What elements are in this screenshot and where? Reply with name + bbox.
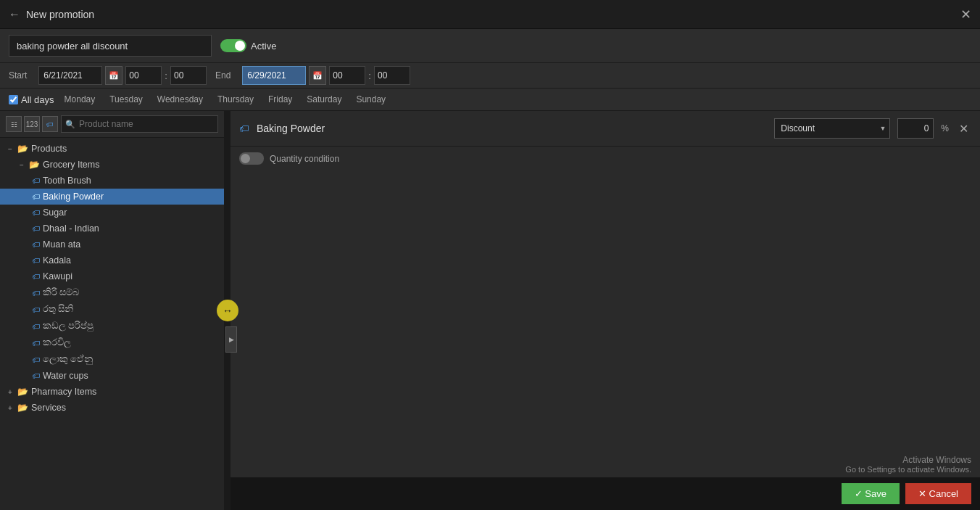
end-label: End	[215, 70, 231, 81]
start-label: Start	[9, 70, 27, 81]
search-icon: 🔍	[65, 120, 75, 129]
tree-item-grocery[interactable]: − 📂 Grocery Items	[0, 157, 224, 173]
tag-icon-kiri: 🏷	[32, 289, 40, 297]
tag-icon-loku: 🏷	[32, 355, 40, 364]
expand-grocery[interactable]: −	[17, 161, 26, 169]
tree-label-karawila: කරවිල	[43, 337, 71, 348]
alldays-checkbox[interactable]	[9, 95, 18, 104]
resize-handle[interactable]: ↔ ▶	[225, 111, 231, 510]
friday-button[interactable]: Friday	[264, 93, 296, 106]
tree-item-kadala[interactable]: 🏷 Kadala	[0, 252, 224, 268]
tree-label-kadala: Kadala	[43, 255, 71, 266]
end-hour-select[interactable]: 00	[329, 66, 365, 85]
tag-icon-karawila: 🏷	[32, 339, 40, 347]
saturday-button[interactable]: Saturday	[302, 93, 346, 106]
discount-dropdown[interactable]: Discount Fixed Price Buy X Get Y	[774, 118, 890, 139]
cancel-button[interactable]: ✕ Cancel	[905, 483, 971, 504]
discount-value-input[interactable]	[897, 118, 934, 139]
tree-item-toothbrush[interactable]: 🏷 Tooth Brush	[0, 173, 224, 189]
tree-label-loku: ලොකු ඵේනු	[43, 354, 93, 365]
alldays-label: All days	[21, 94, 54, 105]
wednesday-button[interactable]: Wednesday	[153, 93, 207, 106]
tree-item-sugar[interactable]: 🏷 Sugar	[0, 205, 224, 221]
start-hour-select[interactable]: 00	[125, 66, 162, 85]
tree-item-bakingpowder[interactable]: 🏷 Baking Powder	[0, 189, 224, 205]
start-date-input[interactable]	[38, 66, 102, 85]
quantity-condition-toggle[interactable]	[239, 152, 264, 165]
start-calendar-icon[interactable]: 📅	[105, 66, 122, 85]
discount-dropdown-wrap: Discount Fixed Price Buy X Get Y ▼	[774, 118, 890, 139]
tree-label-toothbrush: Tooth Brush	[43, 176, 91, 186]
tree-item-kadala2[interactable]: 🏷 කඩල පරිප්පු	[0, 318, 224, 334]
tree-item-watercups[interactable]: 🏷 Water cups	[0, 368, 224, 384]
sunday-button[interactable]: Sunday	[352, 93, 390, 106]
tree-item-rathu[interactable]: 🏷 රතු සිනි	[0, 301, 224, 318]
expand-pharmacy[interactable]: +	[6, 388, 14, 396]
window-title: New promotion	[26, 9, 94, 20]
tree-label-kadala2: කඩල පරිප්පු	[43, 321, 94, 332]
tag-icon-bakingpowder: 🏷	[32, 192, 40, 201]
end-datetime-group: 📅 00 : 00	[242, 66, 410, 85]
tree-label-muanata: Muan ata	[43, 239, 80, 250]
tag-icon-toothbrush: 🏷	[32, 176, 40, 185]
folder-icon-products: 📂	[17, 144, 28, 154]
search-toolbar: ☷ 123 🏷 🔍	[0, 111, 224, 138]
resize-dot[interactable]: ↔	[217, 300, 238, 321]
active-label: Active	[251, 41, 276, 52]
windows-activate-notice: Activate Windows Go to Settings to activ…	[845, 455, 971, 474]
tree-label-sugar: Sugar	[43, 207, 67, 218]
end-calendar-icon[interactable]: 📅	[309, 66, 326, 85]
active-switch[interactable]	[220, 39, 246, 52]
tag-icon-watercups: 🏷	[32, 371, 40, 380]
tree-label-grocery: Grocery Items	[43, 160, 100, 170]
search-input[interactable]	[61, 115, 218, 133]
search-icons: ☷ 123 🏷	[6, 116, 58, 132]
tree-item-products[interactable]: − 📂 Products	[0, 141, 224, 157]
left-panel: ☷ 123 🏷 🔍 − 📂 Products −	[0, 111, 225, 510]
expand-products[interactable]: −	[6, 145, 14, 153]
tag-icon-rathu: 🏷	[32, 305, 40, 314]
tree-item-loku[interactable]: 🏷 ලොකු ඵේනු	[0, 351, 224, 368]
tag-icon-kadala: 🏷	[32, 256, 40, 265]
tree-label-kiri: කිරි සම්බ	[43, 287, 79, 298]
panel-toggle-button[interactable]: ▶	[225, 326, 237, 353]
tree-item-karawila[interactable]: 🏷 කරවිල	[0, 334, 224, 351]
search-input-wrap: 🔍	[61, 115, 218, 133]
end-date-input[interactable]	[242, 66, 306, 85]
folder-icon-grocery: 📂	[29, 160, 40, 170]
tree-item-kiri[interactable]: 🏷 කිරි සම්බ	[0, 284, 224, 301]
datetime-row: Start 📅 00 : 00 End 📅 00 : 00	[0, 63, 980, 89]
bottom-bar: ✓ Save ✕ Cancel	[231, 477, 980, 510]
monday-button[interactable]: Monday	[60, 93, 100, 106]
tree-item-pharmacy[interactable]: + 📂 Pharmacy Items	[0, 384, 224, 400]
thursday-button[interactable]: Thursday	[213, 93, 258, 106]
close-button[interactable]: ✕	[960, 8, 971, 21]
product-title: Baking Powder	[257, 123, 767, 134]
tree-item-services[interactable]: + 📂 Services	[0, 400, 224, 416]
tree-view: − 📂 Products − 📂 Grocery Items 🏷 Tooth B…	[0, 138, 224, 510]
windows-activate-title: Activate Windows	[845, 455, 971, 465]
tag-filter-icon[interactable]: 🏷	[42, 116, 58, 132]
title-bar: ← New promotion ✕	[0, 0, 980, 29]
tree-item-dhaal[interactable]: 🏷 Dhaal - Indian	[0, 221, 224, 237]
tree-item-kawupi[interactable]: 🏷 Kawupi	[0, 268, 224, 284]
save-button[interactable]: ✓ Save	[842, 483, 900, 504]
panel-toggle-icon: ▶	[229, 336, 234, 343]
tree-item-muanata[interactable]: 🏷 Muan ata	[0, 237, 224, 252]
folder-icon-pharmacy: 📂	[17, 387, 28, 397]
promotion-name-input[interactable]	[9, 35, 212, 57]
grid-icon[interactable]: ☷	[6, 116, 22, 132]
tuesday-button[interactable]: Tuesday	[105, 93, 147, 106]
end-min-select[interactable]: 00	[374, 66, 410, 85]
tree-label-kawupi: Kawupi	[43, 271, 72, 281]
tree-label-rathu: රතු සිනි	[43, 304, 73, 315]
start-min-select[interactable]: 00	[170, 66, 207, 85]
close-product-button[interactable]: ✕	[956, 122, 971, 136]
title-bar-left: ← New promotion	[9, 8, 94, 21]
quantity-condition-label: Quantity condition	[270, 154, 339, 164]
tree-label-pharmacy: Pharmacy Items	[31, 387, 96, 397]
expand-services[interactable]: +	[6, 404, 14, 412]
start-datetime-group: 📅 00 : 00	[38, 66, 207, 85]
back-button[interactable]: ←	[9, 8, 20, 21]
hash-icon[interactable]: 123	[24, 116, 40, 132]
